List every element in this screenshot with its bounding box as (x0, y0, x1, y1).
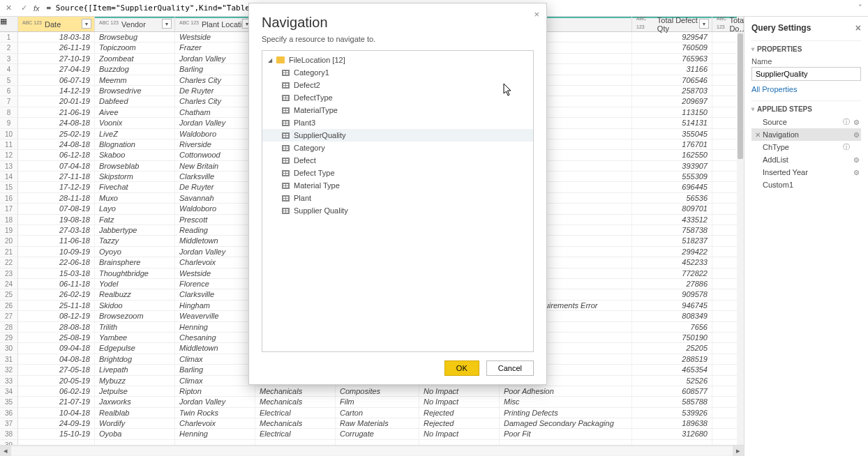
applied-step[interactable]: Custom1 (751, 178, 861, 191)
gear-icon[interactable]: ⚙ (853, 169, 860, 176)
cell-plant: Jordan Valley (175, 118, 255, 128)
tree-item[interactable]: MaterialType (262, 104, 533, 116)
cell-qty: 452233 (632, 257, 712, 267)
all-properties-link[interactable]: All Properties (751, 85, 797, 93)
fx-icon: fx (33, 4, 40, 13)
table-row[interactable]: 36 10-04-18 Realblab Twin Rocks Electric… (0, 408, 744, 418)
row-number: 24 (0, 279, 18, 289)
cell-date: 22-06-18 (18, 257, 95, 267)
cancel-button[interactable]: Cancel (486, 360, 534, 376)
ok-button[interactable]: OK (444, 360, 479, 376)
tree-item[interactable]: Defect2 (262, 79, 533, 91)
cell-defect-category (500, 440, 632, 445)
cell-date: 06-07-19 (18, 75, 95, 85)
info-icon[interactable]: ⓘ (843, 142, 850, 152)
gear-icon[interactable]: ⚙ (853, 131, 860, 139)
table-row[interactable]: 35 21-07-19 Jaxworks Jordan Valley Mecha… (0, 397, 744, 407)
table-row[interactable]: 38 15-10-19 Oyoba Henning Electrical Cor… (0, 429, 744, 439)
cell-plant: Charles City (175, 96, 255, 106)
cell-defect-type: No Impact (419, 429, 500, 439)
applied-step[interactable]: Inserted Year⚙ (751, 166, 861, 178)
cell-vendor: Topiczoom (95, 43, 175, 52)
close-dialog-icon[interactable]: × (534, 9, 539, 20)
cell-defect-category: Printing Defects (500, 408, 632, 418)
chevron-down-icon[interactable]: ◢ (268, 57, 272, 63)
cell-defect-type (419, 440, 500, 445)
cell-date: 07-04-18 (18, 161, 95, 171)
gear-icon[interactable]: ⚙ (853, 156, 860, 164)
cell-defect-category: Misc (500, 397, 632, 406)
cell-qty: 176701 (632, 139, 712, 149)
column-header-vendor[interactable]: ABC 123Vendor▾ (95, 17, 175, 31)
tree-item[interactable]: Supplier Quality (262, 204, 533, 217)
tree-item[interactable]: Material Type (262, 179, 533, 192)
query-name-input[interactable] (751, 67, 861, 81)
gear-icon[interactable]: ⚙ (853, 119, 860, 126)
cell-qty: 27886 (632, 279, 712, 289)
chevron-down-icon[interactable]: ▿ (751, 46, 754, 52)
vertical-scrollbar[interactable] (737, 32, 744, 445)
tree-item[interactable]: SupplierQuality (262, 129, 533, 142)
row-number: 23 (0, 268, 18, 278)
tree-item[interactable]: Defect Type (262, 167, 533, 179)
cell-date: 20-01-19 (18, 96, 95, 106)
applied-step[interactable]: AddList⚙ (751, 153, 861, 166)
scroll-left-icon[interactable]: ◂ (0, 446, 11, 457)
tree-item[interactable]: Defect (262, 154, 533, 167)
cell-qty: 162550 (632, 150, 712, 160)
chevron-down-icon[interactable]: ▿ (751, 106, 754, 112)
cell-qty: 808349 (632, 311, 712, 321)
row-number: 35 (0, 397, 18, 406)
tree-item[interactable]: Plant (262, 192, 533, 204)
table-index-icon[interactable]: ▦ (0, 17, 18, 31)
tree-item[interactable]: Category1 (262, 66, 533, 79)
scroll-right-icon[interactable]: ▸ (733, 446, 744, 457)
applied-step[interactable]: ✕Navigation⚙ (751, 128, 861, 141)
table-icon (282, 107, 290, 114)
cell-vendor: Oyoba (95, 429, 175, 439)
cancel-formula-icon[interactable]: ✕ (3, 3, 14, 14)
table-row[interactable]: 39 (0, 440, 744, 445)
chevron-down-icon[interactable]: ▾ (82, 19, 91, 29)
cell-qty: 706546 (632, 75, 712, 85)
chevron-down-icon[interactable]: ▾ (162, 19, 172, 29)
cell-qty: 608577 (632, 386, 712, 396)
tree-root[interactable]: ◢ FileLocation [12] (262, 54, 533, 66)
applied-step[interactable]: ChTypeⓘ (751, 141, 861, 153)
cell-vendor: Voonix (95, 118, 175, 128)
cell-date: 15-10-19 (18, 429, 95, 439)
cell-plant: Barling (175, 365, 255, 374)
close-panel-icon[interactable]: × (855, 22, 861, 33)
cell-date: 26-02-19 (18, 289, 95, 299)
column-header-total-defect-qty[interactable]: ABC 123Total Defect Qty▾ (632, 17, 712, 31)
cell-qty: 355045 (632, 129, 712, 139)
table-row[interactable]: 37 24-09-19 Wordify Charlevoix Mechanica… (0, 418, 744, 429)
cell-plant: Middletown (175, 343, 255, 353)
tree-item[interactable]: Category (262, 142, 533, 154)
cell-plant: New Britain (175, 161, 255, 171)
cell-date: 24-08-18 (18, 139, 95, 149)
tree-item[interactable]: Plant3 (262, 116, 533, 129)
column-header-date[interactable]: ABC 123Date▾ (18, 17, 95, 31)
row-number: 17 (0, 204, 18, 213)
cell-vendor: Blognation (95, 139, 175, 149)
expand-formula-icon[interactable]: ˅ (855, 3, 865, 13)
cell-qty: 555309 (632, 172, 712, 181)
tree-item[interactable]: DefectType (262, 91, 533, 104)
column-header-total-downtime[interactable]: ABC 123Total Do… (712, 17, 744, 31)
row-number: 9 (0, 118, 18, 128)
row-number: 37 (0, 418, 18, 428)
commit-formula-icon[interactable]: ✓ (18, 3, 29, 14)
folder-icon (276, 56, 285, 63)
cell-material: Electrical (255, 429, 336, 439)
column-header-plant-location[interactable]: ABC 123Plant Location▾ (175, 17, 255, 31)
table-row[interactable]: 34 06-02-19 Jetpulse Ripton Mechanicals … (0, 386, 744, 397)
horizontal-scrollbar[interactable]: ◂ ▸ (0, 445, 744, 456)
cell-date: 24-09-19 (18, 418, 95, 428)
cell-plant: De Ruyter (175, 182, 255, 192)
row-number: 19 (0, 225, 18, 235)
row-number: 26 (0, 301, 18, 310)
chevron-down-icon[interactable]: ▾ (699, 19, 709, 29)
info-icon[interactable]: ⓘ (843, 117, 850, 127)
applied-step[interactable]: Sourceⓘ⚙ (751, 116, 861, 128)
